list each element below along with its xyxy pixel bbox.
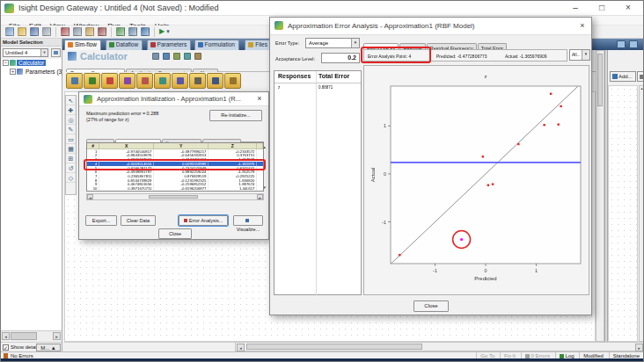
library-icon[interactable] bbox=[141, 27, 150, 36]
error-analysis-points[interactable] bbox=[482, 156, 484, 157]
canvas-vscrollbar[interactable] bbox=[596, 50, 604, 342]
component-options-icon[interactable] bbox=[194, 53, 201, 60]
responses-list[interactable]: Responses Total Error z 0.88871 bbox=[274, 70, 362, 295]
chart-icon[interactable] bbox=[116, 27, 125, 36]
tree-item-calculator[interactable]: −Calculator bbox=[1, 59, 62, 68]
doe-component-icon[interactable] bbox=[119, 73, 135, 89]
clear-data-button[interactable]: Clear Data bbox=[121, 215, 156, 226]
tab-files[interactable]: Files bbox=[245, 40, 272, 50]
chevron-down-icon[interactable]: ▼ bbox=[40, 49, 48, 56]
error-analysis-points[interactable] bbox=[560, 105, 561, 107]
scrollbar-thumb[interactable] bbox=[11, 332, 37, 340]
tab-dataflow[interactable]: Dataflow bbox=[106, 40, 143, 50]
error-dialog-close-button[interactable]: Close bbox=[413, 300, 449, 312]
simcode-component-icon[interactable] bbox=[207, 73, 223, 89]
note-tool-icon[interactable]: ▭ bbox=[66, 134, 76, 144]
reinitialize-button[interactable]: Re-Initialize... bbox=[209, 110, 262, 121]
insert-parameter-button[interactable] bbox=[637, 71, 644, 82]
scrollbar-thumb[interactable] bbox=[246, 344, 422, 350]
refresh-icon[interactable] bbox=[184, 53, 191, 60]
pan-tool-icon[interactable]: ✚ bbox=[66, 105, 76, 115]
model-tree-hscrollbar[interactable]: ◂ ▸ bbox=[1, 330, 62, 341]
table-scroll-up-icon[interactable]: ▲ bbox=[263, 145, 267, 149]
collapse-icon[interactable]: − bbox=[3, 60, 9, 66]
print-icon[interactable] bbox=[42, 27, 51, 36]
minimized-panel-tab[interactable]: M... ▲ bbox=[36, 344, 61, 351]
grid-icon[interactable] bbox=[128, 27, 137, 36]
scroll-right-icon[interactable]: ▸ bbox=[53, 332, 61, 340]
close-dialog-icon[interactable]: × bbox=[252, 93, 267, 105]
add-button[interactable]: Add... bbox=[610, 71, 636, 82]
scroll-right-icon[interactable]: ▸ bbox=[257, 194, 263, 199]
select-tool-icon[interactable]: ↖ bbox=[66, 96, 76, 105]
scrollbar-thumb[interactable] bbox=[149, 195, 198, 199]
swap-icon[interactable] bbox=[173, 53, 180, 60]
visualize-button[interactable]: Visualize... bbox=[233, 215, 263, 226]
rename-icon[interactable] bbox=[152, 53, 159, 60]
error-analysis-points-table[interactable]: #XYZ1-0.9740540817-0.3877896217-0.234357… bbox=[86, 142, 264, 192]
table-hscrollbar[interactable]: ◂ ▸ bbox=[86, 193, 264, 200]
canvas-hscrollbar[interactable]: ◂ ▸ bbox=[235, 342, 644, 351]
error-analysis-points[interactable] bbox=[543, 124, 545, 126]
point-filter-dropdown[interactable]: All... ▼ bbox=[569, 49, 590, 61]
scroll-up-icon[interactable]: ▲ bbox=[640, 86, 644, 90]
open-model-icon[interactable] bbox=[18, 27, 26, 36]
add-node-tool-icon[interactable]: ⊞ bbox=[66, 154, 76, 163]
error-analysis-points[interactable] bbox=[492, 183, 494, 185]
scroll-right-icon[interactable]: ▸ bbox=[635, 344, 643, 351]
paste-icon[interactable] bbox=[85, 27, 94, 36]
palette-toggle-icon[interactable] bbox=[617, 40, 626, 48]
chevron-down-icon[interactable]: ▼ bbox=[582, 50, 589, 60]
task-plan-component-icon[interactable] bbox=[224, 73, 241, 89]
chevron-down-icon[interactable]: ▼ bbox=[351, 39, 359, 47]
maximize-button[interactable]: □ bbox=[589, 1, 615, 15]
library-toggle-icon[interactable] bbox=[629, 40, 638, 48]
calculator-component-icon[interactable] bbox=[66, 73, 83, 89]
approximation-component-icon[interactable] bbox=[154, 73, 171, 89]
scroll-left-icon[interactable]: ◂ bbox=[2, 332, 10, 340]
loop-component-icon[interactable] bbox=[172, 73, 188, 89]
model-tools-button[interactable] bbox=[51, 48, 61, 57]
excel-component-icon[interactable] bbox=[84, 73, 100, 89]
scroll-left-icon[interactable]: ◂ bbox=[87, 194, 93, 199]
copy-icon[interactable] bbox=[73, 27, 82, 36]
error-analysis-points[interactable] bbox=[399, 254, 400, 256]
data-exchanger-component-icon[interactable] bbox=[101, 73, 118, 89]
minimize-button[interactable]: – bbox=[562, 1, 589, 15]
optimization-component-icon[interactable] bbox=[136, 73, 153, 89]
error-analysis-button[interactable]: Error Analysis... bbox=[179, 215, 228, 226]
undo-tool-icon[interactable]: ↺ bbox=[66, 163, 76, 173]
edit-tool-icon[interactable]: ✎ bbox=[66, 125, 76, 134]
table-row[interactable]: 100.3871670711-0.65962068771.440117 bbox=[87, 186, 264, 191]
expand-icon[interactable]: + bbox=[10, 69, 16, 75]
save-icon[interactable] bbox=[30, 27, 39, 36]
table-icon[interactable] bbox=[163, 53, 170, 60]
error-analysis-points[interactable] bbox=[550, 93, 552, 95]
table-scroll-down-icon[interactable]: ▼ bbox=[263, 185, 267, 190]
grid-tool-icon[interactable]: ▦ bbox=[66, 144, 76, 154]
tree-item-parameters-3[interactable]: +Parameters (3) bbox=[1, 68, 62, 76]
scroll-left-icon[interactable]: ◂ bbox=[237, 344, 245, 351]
new-model-icon[interactable] bbox=[5, 27, 14, 36]
link-tool-icon[interactable]: ◇ bbox=[66, 173, 76, 183]
init-close-button[interactable]: Close bbox=[158, 228, 192, 239]
selected-error-point[interactable] bbox=[460, 238, 463, 241]
error-analysis-points[interactable] bbox=[487, 185, 489, 186]
zoom-tool-icon[interactable]: ◎ bbox=[66, 115, 76, 125]
run-options-caret-icon[interactable]: ▾ bbox=[166, 27, 170, 36]
delete-icon[interactable] bbox=[98, 27, 106, 36]
acceptance-level-input[interactable]: 0.2 bbox=[321, 53, 360, 63]
run-icon[interactable]: ▶ bbox=[159, 27, 165, 36]
error-analysis-points[interactable] bbox=[558, 123, 560, 125]
error-analysis-points[interactable] bbox=[517, 143, 519, 145]
tab-sim-flow[interactable]: Sim-flow bbox=[64, 40, 101, 50]
tab-formulation[interactable]: Formulation bbox=[194, 40, 239, 50]
model-dropdown[interactable]: Untitled 4 ▼ bbox=[3, 48, 48, 57]
export-button[interactable]: Export... bbox=[85, 215, 117, 226]
show-details-checkbox[interactable]: ✓ bbox=[3, 344, 9, 351]
close-window-button[interactable]: × bbox=[615, 1, 641, 15]
scrollbar-thumb[interactable] bbox=[597, 54, 603, 106]
right-panel-vscrollbar[interactable]: ▲ bbox=[639, 85, 644, 342]
close-dialog-icon[interactable]: × bbox=[575, 20, 589, 32]
script-component-icon[interactable] bbox=[189, 73, 206, 89]
